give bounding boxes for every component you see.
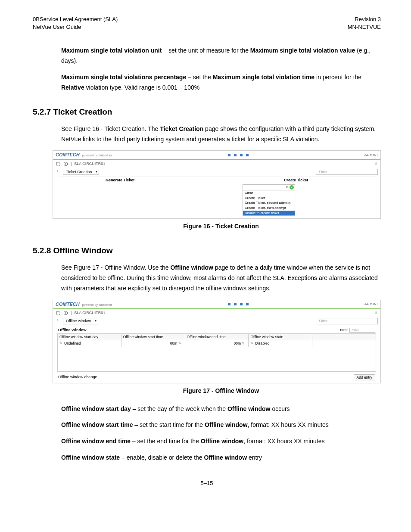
close-icon[interactable]: ✕ [374,162,378,166]
heading-527: 5.2.7 Ticket Creation [33,105,381,119]
header-right-1: Revision 3 [348,16,381,23]
col-end-time[interactable]: Offline window end time [185,334,249,340]
filter-input[interactable]: Filter [316,318,378,324]
filter-label: Filter [340,328,348,333]
term: Maximum single total violation unit [61,47,162,54]
def-state: Offline window state – enable, disable o… [61,453,381,463]
col-blank [312,334,376,340]
create-ticket-dropdown[interactable]: ▾✓ Clear Create Ticket Create Ticket, se… [243,184,295,216]
figure-17-caption: Figure 17 - Offline Window [61,386,381,396]
figure-16-app: COMTECHpowered by dataminer ADMINI | SLA… [53,150,381,219]
figure-16-caption: Figure 16 - Ticket Creation [61,221,381,232]
user-label: ADMINI [364,153,378,157]
toolbar-squares [226,302,250,307]
breadcrumb[interactable]: SLA CIRCUITR01 [74,162,105,166]
reload-icon[interactable] [56,311,61,316]
term: Relative [61,84,84,91]
dropdown-option[interactable]: Create Ticket, third attempt [243,205,295,211]
reload-icon[interactable] [56,162,61,167]
chevron-down-icon[interactable]: ▾ [286,185,288,190]
term: Ticket Creation [160,125,203,132]
para-max-unit: Maximum single total violation unit – se… [61,46,381,66]
close-icon[interactable]: ✕ [374,311,378,315]
page-number: 5–15 [33,479,381,488]
col-start-day[interactable]: Offline window start day [58,334,121,340]
header-left-2: NetVue User Guide [33,23,118,31]
header-left-1: 0BService Level Agreement (SLA) [33,16,118,23]
heading-528: 5.2.8 Offline Window [33,244,381,258]
svg-point-1 [64,311,67,315]
svg-point-0 [64,162,67,166]
section-title: Offline Window [58,328,86,333]
def-start-day: Offline window start day – set the day o… [61,404,381,414]
footer-label: Offline window change [58,375,97,380]
app-logo-sub: powered by dataminer [82,303,112,306]
add-entry-button[interactable]: Add entry [354,374,375,380]
col-state[interactable]: Offline window state [249,334,312,340]
dropdown-option[interactable]: Clear [243,190,295,196]
edit-icon[interactable]: ✎ [250,341,254,345]
dropdown-option[interactable]: Create Ticket [243,196,295,201]
header-right-2: MN-NETVUE [348,23,381,31]
app-logo: COMTECH [56,152,80,157]
def-end-time: Offline window end time – set the end ti… [61,436,381,447]
toolbar-squares [226,153,250,158]
figure-17-app: COMTECHpowered by dataminer ADMINI | SLA… [53,300,381,383]
edit-icon[interactable]: ✎ [178,341,182,345]
def-start-time: Offline window start time – set the star… [61,420,381,430]
term: Maximum single total violation value [250,47,355,54]
table-filter-input[interactable]: Filter [349,328,375,333]
user-label: ADMINI [364,302,378,306]
para-528: See Figure 17 - Offline Window. Use the … [61,263,381,293]
page-header: 0BService Level Agreement (SLA) NetVue U… [33,16,381,31]
app-logo-sub: powered by dataminer [82,154,112,157]
filter-input[interactable]: Filter [316,169,378,175]
term: Maximum single total violations percenta… [61,74,186,81]
para-527: See Figure 16 - Ticket Creation. The Tic… [61,124,381,145]
col-create-ticket: Create Ticket [243,177,375,184]
col-generate-ticket: Generate Ticket [106,177,238,184]
page-select[interactable]: Offline window [63,318,98,324]
table-row[interactable]: ✎Undefined 00m ✎ 00m ✎ ✎Disabled [58,340,376,347]
edit-icon[interactable]: ✎ [242,341,245,345]
page-select[interactable]: Ticket Creation [63,169,99,175]
dropdown-option[interactable]: Unable to create ticket [243,211,295,216]
term: Maximum single total violation time [213,74,314,81]
col-start-time[interactable]: Offline window start time [121,334,185,340]
confirm-icon[interactable]: ✓ [290,185,294,190]
app-logo: COMTECH [56,302,80,307]
offline-window-table: Offline window start day Offline window … [57,333,376,347]
term: Offline window [170,264,213,271]
back-icon[interactable] [63,162,68,166]
back-icon[interactable] [63,311,68,315]
breadcrumb[interactable]: SLA CIRCUITR01 [74,311,105,315]
edit-icon[interactable]: ✎ [59,341,63,345]
dropdown-option[interactable]: Create Ticket, second attempt [243,200,295,205]
para-max-percent: Maximum single total violations percenta… [61,72,381,93]
